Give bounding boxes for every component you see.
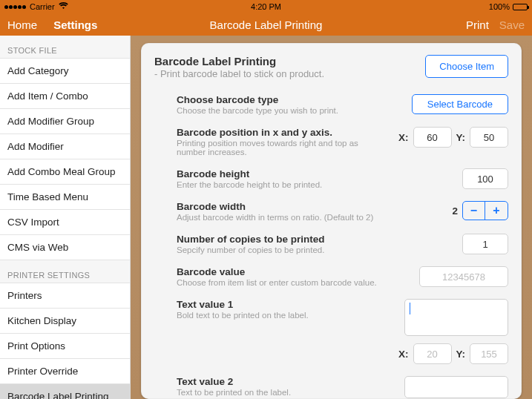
- copies-label: Number of copies to be printed: [177, 234, 447, 245]
- nav-save-button: Save: [499, 19, 525, 31]
- barcode-height-label: Barcode height: [177, 168, 447, 179]
- barcode-height-input[interactable]: [462, 168, 508, 189]
- text1-x-input[interactable]: [413, 343, 452, 364]
- y-label: Y:: [456, 132, 466, 143]
- sidebar-header-stock: STOCK FILE: [0, 36, 130, 58]
- status-bar: Carrier 4:20 PM 100%: [0, 0, 532, 13]
- barcode-width-hint: Adjust barcode width in terms on ratio. …: [177, 213, 437, 222]
- barcode-type-label: Choose barcode type: [177, 94, 397, 105]
- barcode-pos-hint: Printing position moves towards right an…: [177, 139, 384, 156]
- sidebar-item-add-modifier[interactable]: Add Modifier: [0, 134, 130, 159]
- settings-card: Barcode Label Printing - Print barcode l…: [141, 43, 522, 399]
- sidebar-item-time-based-menu[interactable]: Time Based Menu: [0, 185, 130, 210]
- sidebar-item-kitchen-display[interactable]: Kitchen Display: [0, 309, 130, 334]
- barcode-y-input[interactable]: [470, 127, 508, 148]
- nav-settings[interactable]: Settings: [53, 19, 97, 31]
- battery-icon: [513, 4, 528, 10]
- sidebar-item-add-modifier-group[interactable]: Add Modifier Group: [0, 109, 130, 134]
- sidebar-header-printer: PRINTER SETTINGS: [0, 260, 130, 283]
- text1-label: Text value 1: [177, 299, 390, 310]
- sidebar-item-add-combo-meal-group[interactable]: Add Combo Meal Group: [0, 159, 130, 185]
- sidebar[interactable]: STOCK FILE Add Category Add Item / Combo…: [0, 36, 131, 399]
- choose-item-button[interactable]: Choose Item: [425, 55, 508, 78]
- text1-hint: Bold text to be printed on the label.: [177, 311, 390, 320]
- barcode-pos-label: Barcode position in x and y axis.: [177, 127, 384, 138]
- select-barcode-button[interactable]: Select Barcode: [412, 94, 508, 114]
- card-subtitle: - Print barcode label to stick on produc…: [154, 68, 324, 79]
- barcode-width-value: 2: [452, 205, 458, 217]
- sidebar-item-barcode-label-printing[interactable]: Barcode Label Printing: [0, 384, 130, 399]
- carrier-label: Carrier: [30, 2, 55, 11]
- nav-bar: Home Settings Barcode Label Printing Pri…: [0, 13, 532, 36]
- sidebar-item-printer-override[interactable]: Printer Override: [0, 359, 130, 384]
- text1-y-label: Y:: [456, 349, 466, 360]
- nav-home[interactable]: Home: [7, 19, 37, 31]
- barcode-width-label: Barcode width: [177, 201, 437, 212]
- sidebar-item-cms-via-web[interactable]: CMS via Web: [0, 235, 130, 260]
- copies-input[interactable]: [462, 234, 508, 254]
- x-label: X:: [398, 132, 409, 143]
- barcode-width-stepper[interactable]: − +: [462, 201, 508, 220]
- text2-label: Text value 2: [177, 376, 390, 387]
- barcode-value-hint: Choose from item list or enter custom ba…: [177, 278, 404, 287]
- text2-input[interactable]: [404, 376, 508, 398]
- barcode-value-input[interactable]: [419, 266, 508, 287]
- copies-hint: Sepcify number of copies to be printed.: [177, 245, 447, 254]
- stepper-minus[interactable]: −: [463, 202, 485, 220]
- text1-y-input[interactable]: [470, 343, 508, 364]
- nav-print-button[interactable]: Print: [466, 19, 489, 31]
- barcode-type-hint: Choose the barcode type you wish to prin…: [177, 106, 397, 115]
- text2-hint: Text to be printed on the label.: [177, 388, 390, 397]
- stepper-plus[interactable]: +: [485, 202, 508, 220]
- sidebar-item-printers[interactable]: Printers: [0, 283, 130, 309]
- barcode-height-hint: Enter the barcode height to be printed.: [177, 180, 447, 189]
- battery-pct: 100%: [489, 2, 510, 11]
- sidebar-item-add-category[interactable]: Add Category: [0, 58, 130, 84]
- sidebar-item-print-options[interactable]: Print Options: [0, 334, 130, 359]
- signal-icon: [4, 5, 26, 9]
- sidebar-item-csv-import[interactable]: CSV Import: [0, 210, 130, 235]
- barcode-x-input[interactable]: [413, 127, 452, 148]
- text1-x-label: X:: [398, 349, 409, 360]
- sidebar-item-add-item-combo[interactable]: Add Item / Combo: [0, 84, 130, 109]
- text1-input[interactable]: [404, 299, 508, 336]
- status-time: 4:20 PM: [251, 2, 281, 11]
- wifi-icon: [59, 1, 68, 12]
- barcode-value-label: Barcode value: [177, 266, 404, 277]
- nav-title: Barcode Label Printing: [210, 19, 323, 31]
- card-title: Barcode Label Printing: [154, 55, 324, 67]
